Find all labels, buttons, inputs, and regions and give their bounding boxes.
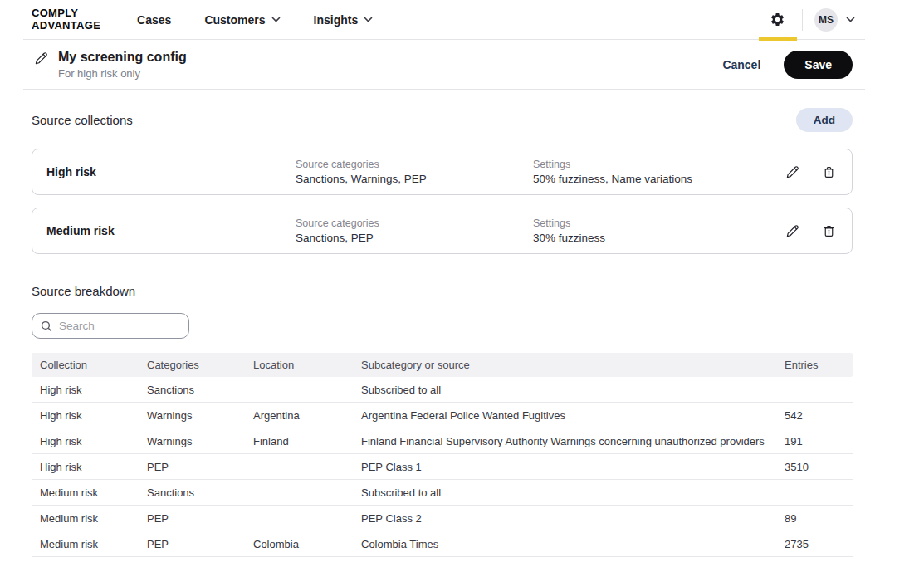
- cell-subcategory: Colombia Times: [361, 538, 785, 550]
- cell-entries: 3510: [785, 461, 844, 473]
- nav-item-customers-label: Customers: [204, 13, 265, 27]
- cell-subcategory: Argentina Federal Police Wanted Fugitive…: [361, 409, 785, 422]
- table-row: High risk Sanctions Subscribed to all: [32, 377, 853, 403]
- edit-title-pencil-icon[interactable]: [34, 51, 48, 66]
- column-header-entries: Entries: [785, 359, 844, 371]
- source-collections-section: Source collections Add High risk Source …: [23, 108, 865, 254]
- nav-item-insights[interactable]: Insights: [314, 13, 374, 27]
- cell-categories: Warnings: [147, 409, 253, 422]
- collection-categories: Source categories Sanctions, Warnings, P…: [296, 159, 533, 185]
- collection-categories: Source categories Sanctions, PEP: [296, 218, 533, 244]
- logo-line-2: ADVANTAGE: [32, 20, 100, 32]
- add-collection-button[interactable]: Add: [796, 108, 853, 132]
- cell-subcategory: Subscribed to all: [361, 487, 785, 499]
- logo-line-1: COMPLY: [32, 7, 100, 19]
- source-breakdown-table: Collection Categories Location Subcatego…: [32, 353, 853, 557]
- settings-label: Settings: [533, 159, 785, 170]
- cell-collection: Medium risk: [40, 512, 147, 525]
- column-header-collection: Collection: [40, 359, 147, 371]
- config-title-group: My screening config For high risk only: [34, 49, 187, 79]
- config-header: My screening config For high risk only C…: [23, 40, 865, 90]
- cell-collection: High risk: [40, 435, 147, 447]
- table-row: High risk Warnings Finland Finland Finan…: [32, 428, 853, 454]
- categories-value: Sanctions, PEP: [296, 232, 533, 244]
- cell-location: Colombia: [253, 538, 361, 550]
- delete-collection-button[interactable]: [822, 165, 836, 179]
- column-header-subcategory: Subcategory or source: [361, 359, 785, 371]
- source-breakdown-heading: Source breakdown: [32, 284, 853, 298]
- cell-categories: PEP: [147, 461, 253, 473]
- cell-subcategory: PEP Class 2: [361, 512, 785, 525]
- edit-collection-button[interactable]: [785, 224, 799, 238]
- trash-icon: [822, 165, 836, 179]
- table-row: High risk Warnings Argentina Argentina F…: [32, 403, 853, 428]
- navbar-right: MS: [758, 0, 865, 40]
- cell-entries: 542: [785, 409, 844, 422]
- table-row: Medium risk Sanctions Subscribed to all: [32, 480, 853, 506]
- cell-categories: Warnings: [147, 435, 253, 447]
- cell-location: Argentina: [253, 409, 361, 422]
- trash-icon: [822, 224, 836, 238]
- settings-nav-button[interactable]: [758, 0, 797, 40]
- source-breakdown-section: Source breakdown Collection Categories L…: [23, 284, 865, 557]
- company-logo[interactable]: COMPLY ADVANTAGE: [32, 7, 100, 31]
- categories-label: Source categories: [296, 218, 533, 229]
- collection-cards: High risk Source categories Sanctions, W…: [32, 149, 853, 254]
- collection-settings: Settings 50% fuzziness, Name variations: [533, 159, 785, 185]
- pencil-icon: [785, 165, 799, 179]
- config-title-text: My screening config For high risk only: [58, 49, 187, 79]
- categories-value: Sanctions, Warnings, PEP: [296, 173, 533, 185]
- collection-name: High risk: [46, 165, 296, 178]
- categories-label: Source categories: [296, 159, 533, 170]
- search-icon: [41, 320, 52, 332]
- cell-collection: Medium risk: [40, 487, 147, 499]
- cell-location: Finland: [253, 435, 361, 447]
- table-row: Medium risk PEP Colombia Colombia Times …: [32, 531, 853, 557]
- chevron-down-icon: [364, 17, 373, 22]
- collection-name: Medium risk: [46, 224, 296, 237]
- nav-item-insights-label: Insights: [314, 13, 359, 27]
- collection-settings: Settings 30% fuzziness: [533, 218, 785, 244]
- settings-label: Settings: [533, 218, 785, 229]
- source-collections-heading: Source collections: [32, 113, 133, 127]
- delete-collection-button[interactable]: [822, 224, 836, 238]
- user-menu-chevron-icon[interactable]: [846, 17, 855, 22]
- active-tab-indicator: [759, 37, 797, 41]
- cell-collection: High risk: [40, 384, 147, 396]
- settings-value: 30% fuzziness: [533, 232, 785, 244]
- save-button[interactable]: Save: [784, 51, 853, 79]
- cell-entries: 2735: [785, 538, 844, 550]
- cell-collection: Medium risk: [40, 538, 147, 550]
- cell-collection: High risk: [40, 461, 147, 473]
- gear-icon: [770, 12, 785, 27]
- navbar-divider: [802, 9, 803, 31]
- cell-categories: PEP: [147, 538, 253, 550]
- nav-item-cases-label: Cases: [137, 13, 171, 27]
- cell-categories: PEP: [147, 512, 253, 525]
- primary-nav: Cases Customers Insights: [137, 13, 373, 27]
- collection-card: Medium risk Source categories Sanctions,…: [32, 208, 853, 254]
- chevron-down-icon: [271, 17, 281, 22]
- cancel-button[interactable]: Cancel: [722, 58, 760, 71]
- search-input[interactable]: [59, 320, 180, 332]
- cell-categories: Sanctions: [147, 487, 253, 499]
- cell-subcategory: PEP Class 1: [361, 461, 785, 473]
- collection-actions: [785, 224, 836, 238]
- table-row: Medium risk PEP PEP Class 2 89: [32, 506, 853, 531]
- table-row: High risk PEP PEP Class 1 3510: [32, 454, 853, 480]
- config-actions: Cancel Save: [722, 51, 853, 79]
- column-header-location: Location: [253, 359, 361, 371]
- page-subtitle: For high risk only: [58, 67, 187, 80]
- cell-subcategory: Finland Financial Supervisory Authority …: [361, 435, 785, 447]
- table-body: High risk Sanctions Subscribed to all Hi…: [32, 377, 853, 557]
- cell-entries: 89: [785, 512, 844, 525]
- edit-collection-button[interactable]: [785, 165, 799, 179]
- page: COMPLY ADVANTAGE Cases Customers Insight…: [23, 0, 865, 557]
- cell-collection: High risk: [40, 409, 147, 422]
- search-box[interactable]: [32, 313, 189, 339]
- nav-item-cases[interactable]: Cases: [137, 13, 171, 27]
- collection-card: High risk Source categories Sanctions, W…: [32, 149, 853, 195]
- nav-item-customers[interactable]: Customers: [204, 13, 280, 27]
- user-avatar[interactable]: MS: [814, 8, 838, 32]
- cell-categories: Sanctions: [147, 384, 253, 396]
